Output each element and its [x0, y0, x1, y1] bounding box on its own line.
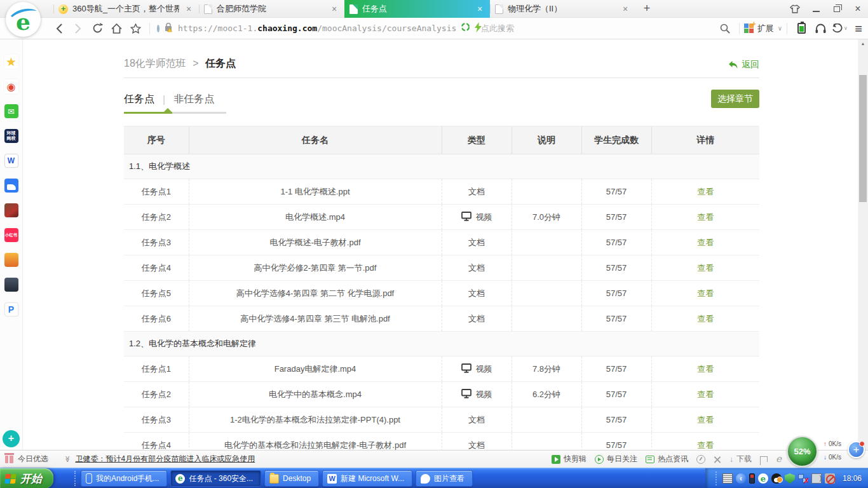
close-button[interactable]: ×	[853, 4, 863, 14]
tray-network-disconnected-icon[interactable]: ✗	[798, 473, 808, 484]
sidebar-app-icon[interactable]: W	[4, 154, 18, 168]
search-box[interactable]: 点此搜索	[477, 18, 735, 39]
task-view-link[interactable]: 查看	[651, 306, 759, 332]
task-view-link[interactable]: 查看	[651, 179, 759, 205]
game-speed-icon[interactable]	[696, 455, 705, 464]
browser-tab[interactable]: + 360导航_一个主页，整个世界 ×	[53, 0, 199, 18]
task-note: 7.0分钟	[512, 205, 581, 230]
back-link[interactable]: 返回	[728, 59, 759, 71]
tab-close-icon[interactable]: ×	[184, 4, 194, 14]
scrollbar-thumb[interactable]	[859, 75, 867, 202]
tray-qq-icon[interactable]	[771, 473, 782, 484]
battery-saver-icon[interactable]	[793, 20, 810, 37]
sidebar-app-icon[interactable]	[4, 203, 18, 217]
taskbar-task-button[interactable]: 我的Android手机...	[81, 470, 167, 487]
browser-tab[interactable]: + 合肥师范学院 ×	[199, 0, 344, 18]
forward-button[interactable]	[70, 20, 86, 37]
hot-news-button[interactable]: 热点资讯	[646, 454, 688, 464]
sidebar-app-icon[interactable]: P	[4, 302, 18, 316]
task-view-link[interactable]: 查看	[651, 382, 759, 407]
pin-disabled-icon[interactable]	[714, 456, 721, 463]
browser-tab[interactable]: + 任务点 ×	[344, 0, 490, 18]
sidebar-app-icon[interactable]	[4, 179, 18, 193]
add-accelerate-ball[interactable]: +	[848, 441, 865, 458]
minimize-button[interactable]	[811, 4, 821, 14]
sidebar-app-icon[interactable]	[4, 253, 18, 267]
sidebar-app-icon[interactable]	[4, 278, 18, 292]
sidebar-app-icon[interactable]: ◉	[4, 79, 18, 93]
task-name: 高中化学必修2-第四章 第一节.pdf	[189, 255, 442, 281]
browser-tab[interactable]: + 物理化学（II） ×	[490, 0, 635, 18]
memory-speed-ball[interactable]: 52%	[787, 436, 818, 467]
task-view-link[interactable]: 查看	[651, 407, 759, 433]
refresh-site-icon[interactable]	[461, 22, 470, 34]
sidebar-bottom-teal-icon[interactable]: +	[3, 430, 20, 447]
network-speeds: ↑0K/s ↓0K/s	[824, 437, 841, 464]
tab-close-icon[interactable]: ×	[620, 4, 630, 14]
page-scrollbar[interactable]: ▲ ▼	[858, 39, 868, 450]
sidebar-app-icon[interactable]: ✉	[4, 104, 18, 118]
headphones-icon[interactable]	[812, 20, 829, 37]
home-button[interactable]	[108, 20, 125, 37]
taskbar-task-button[interactable]: Desktop	[264, 470, 319, 487]
select-chapter-button[interactable]: 选择章节	[711, 90, 759, 108]
task-view-link[interactable]: 查看	[651, 205, 759, 230]
undo-button[interactable]: ∨	[831, 20, 848, 37]
task-view-link[interactable]: 查看	[651, 433, 759, 451]
daily-follow-button[interactable]: 每日关注	[595, 454, 637, 464]
menu-hamburger-icon[interactable]: ≡	[850, 20, 867, 37]
start-button[interactable]: 开始	[0, 468, 53, 488]
address-bar[interactable]: https://mooc1-1.chaoxing.com/moocAnalysi…	[154, 22, 477, 35]
extensions-chevron-icon: ∨	[778, 25, 782, 32]
ie-compat-icon[interactable]: e	[776, 454, 782, 464]
sidebar-app-icon[interactable]: 环球 网校	[4, 129, 18, 143]
tab-close-icon[interactable]: ×	[475, 4, 485, 14]
tray-360browser-icon[interactable]: e	[758, 473, 768, 484]
tray-wireless-icon[interactable]	[811, 473, 822, 484]
reader-mode-icon[interactable]	[157, 25, 159, 32]
task-view-link[interactable]: 查看	[651, 356, 759, 382]
tray-volume-muted-icon[interactable]	[825, 473, 835, 484]
tray-keyboard-icon[interactable]	[722, 473, 733, 484]
download-button[interactable]: ↓ 下载	[729, 454, 752, 464]
search-icon[interactable]	[717, 20, 733, 37]
taskbar-grip	[74, 471, 76, 486]
task-view-link[interactable]: 查看	[651, 230, 759, 255]
extensions-button[interactable]: + 扩展 ∨	[744, 23, 782, 34]
flag-report-icon[interactable]	[760, 456, 768, 462]
task-view-link[interactable]: 查看	[651, 255, 759, 281]
task-app-icon	[269, 474, 279, 484]
skin-center-icon[interactable]	[790, 4, 800, 14]
tab-task-points[interactable]: 任务点	[124, 93, 154, 106]
quick-clip-button[interactable]: 快剪辑	[552, 454, 587, 464]
tray-battery-icon[interactable]	[749, 473, 755, 484]
new-tab-button[interactable]: +	[638, 2, 656, 16]
tab-strip: + 360导航_一个主页，整个世界 × + 合肥师范学院 × + 任务点	[53, 0, 635, 18]
tray-security-shield-icon[interactable]	[785, 473, 795, 484]
browser-logo-icon[interactable]: e	[6, 2, 41, 37]
favorite-star-button[interactable]	[127, 20, 144, 37]
taskbar-task-button[interactable]: 新建 Microsoft W...	[322, 470, 412, 487]
daily-pick-link[interactable]: 今日优选	[18, 454, 48, 464]
tab-close-icon[interactable]: ×	[329, 4, 339, 14]
col-type: 类型	[442, 126, 512, 154]
search-placeholder: 点此搜索	[477, 23, 715, 34]
section-title: 1.2、电化学的基本概念和电解定律	[124, 332, 759, 356]
news-expand-icon[interactable]: ≫	[64, 456, 71, 462]
maximize-button[interactable]	[832, 4, 842, 14]
tab-non-task-points[interactable]: 非任务点	[173, 93, 214, 106]
tray-collapse-icon[interactable]: ‹	[736, 473, 746, 484]
breadcrumb-parent[interactable]: 18化学师范班	[124, 58, 186, 69]
task-note: 6.2分钟	[512, 382, 581, 407]
refresh-button[interactable]	[89, 20, 105, 37]
task-view-link[interactable]: 查看	[651, 281, 759, 306]
security-lock-icon[interactable]	[164, 22, 173, 35]
sidebar-app-icon[interactable]: ★	[4, 55, 18, 69]
sidebar-app-icon[interactable]: 小红书	[4, 228, 18, 242]
taskbar-task-button[interactable]: 图片查看	[416, 470, 473, 487]
url-text[interactable]: https://mooc1-1.chaoxing.com/moocAnalysi…	[178, 24, 456, 33]
scroll-up-icon[interactable]: ▲	[858, 39, 868, 48]
news-headline-link[interactable]: 卫健委：预计4月份有部分疫苗能进入临床或应急使用	[75, 454, 255, 464]
taskbar-task-button[interactable]: 任务点 - 360安全...	[170, 470, 261, 487]
back-button[interactable]	[51, 20, 67, 37]
